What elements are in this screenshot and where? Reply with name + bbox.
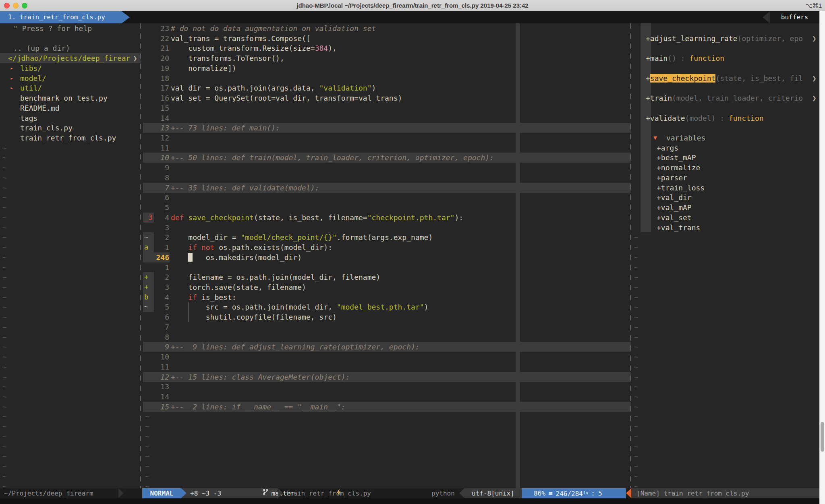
tree-item-file[interactable]: benchmark_on_test.py: [0, 93, 141, 103]
editor-line[interactable]: 5: [141, 202, 631, 213]
tag-entry[interactable]: +validate(model) : function: [646, 113, 764, 123]
command-line[interactable]: [0, 498, 825, 504]
scrollbar-thumb[interactable]: [821, 422, 824, 452]
tree-item-file[interactable]: README.md: [0, 103, 141, 113]
folder-collapsed-icon[interactable]: ▸: [10, 63, 13, 73]
folder-collapsed-icon[interactable]: ▸: [10, 73, 13, 83]
buffers-label[interactable]: buffers: [770, 11, 819, 23]
editor-line[interactable]: 14: [141, 392, 631, 402]
editor-line[interactable]: 6: [141, 192, 631, 202]
editor-line[interactable]: 22val_trans = transforms.Compose([: [141, 33, 631, 43]
tagbar-item-var[interactable]: +val_set: [631, 213, 819, 223]
empty-line-tilde: ~: [0, 262, 141, 273]
tree-item-file[interactable]: train_cls.py: [0, 123, 141, 133]
folded-region[interactable]: 9+-- 9 lines: def adjust_learning_rate(o…: [141, 342, 631, 352]
editor-line[interactable]: 12: [141, 133, 631, 143]
window-separator[interactable]: [140, 23, 141, 488]
folded-region[interactable]: 7+-- 35 lines: def validate(model):: [141, 183, 631, 193]
editor-line[interactable]: 8: [141, 332, 631, 342]
fold-open-icon[interactable]: ▼: [653, 133, 657, 143]
empty-line-tilde: ~: [631, 272, 819, 282]
code-text: filename = os.path.join(model_dir, filen…: [171, 272, 380, 282]
tagbar-item-tag[interactable]: +adjust_learning_rate(optimizer, epo❯: [631, 33, 819, 43]
folded-region[interactable]: 12+-- 15 lines: class AverageMeter(objec…: [141, 372, 631, 382]
tree-item-dir[interactable]: ▸model/: [0, 73, 141, 83]
tagbar-item-var[interactable]: +val_trans: [631, 223, 819, 233]
editor-line[interactable]: ~5 src = os.path.join(model_dir, "model_…: [141, 302, 631, 312]
column-number: 5: [598, 488, 602, 498]
editor-line[interactable]: 17val_dir = os.path.join(args.data, "val…: [141, 83, 631, 93]
editor-line[interactable]: +3 torch.save(state, filename): [141, 282, 631, 292]
tag-entry[interactable]: +train(model, train_loader, criterio: [646, 93, 803, 103]
tagbar-item-tag[interactable]: +validate(model) : function: [631, 113, 819, 123]
encoding-label: utf-8[unix]: [464, 488, 522, 498]
editor-line[interactable]: +2 filename = os.path.join(model_dir, fi…: [141, 272, 631, 282]
tree-item-up[interactable]: .. (up a dir): [0, 43, 141, 53]
editor-line[interactable]: 6 shutil.copyfile(filename, src): [141, 312, 631, 322]
tagbar-item-var[interactable]: +parser: [631, 173, 819, 183]
editor-line[interactable]: _34def save_checkpoint(state, is_best, f…: [141, 213, 631, 223]
tree-item-dir[interactable]: ▸util/: [0, 83, 141, 93]
tree-item-help[interactable]: " Press ? for help: [0, 23, 141, 33]
empty-line-tilde: ~: [0, 461, 141, 471]
tree-item-file[interactable]: train_retr_from_cls.py: [0, 133, 141, 143]
editor-line[interactable]: 16val_set = QuerySet(root=val_dir, trans…: [141, 93, 631, 103]
tree-item-root[interactable]: </jdhao/Projects/deep_firear❯: [0, 53, 141, 63]
folded-region[interactable]: 15+-- 2 lines: if __name__ == "__main__"…: [141, 402, 631, 412]
empty-line-tilde: ~: [631, 232, 819, 242]
editor-line[interactable]: 21 custom_transform.Resize(size=384),: [141, 43, 631, 53]
editor-line[interactable]: 18: [141, 73, 631, 83]
tagbar-item-var[interactable]: +val_mAP: [631, 202, 819, 213]
editor-line[interactable]: 13: [141, 382, 631, 392]
editor-line[interactable]: 10: [141, 352, 631, 362]
tagbar-kind-header[interactable]: ▼variables: [631, 133, 819, 143]
tagbar-item-var[interactable]: +normalize: [631, 163, 819, 173]
tagbar-item-var[interactable]: +best_mAP: [631, 153, 819, 163]
editor-line[interactable]: 23# do not do data augmentation on valid…: [141, 23, 631, 33]
editor-line[interactable]: 3: [141, 223, 631, 233]
tag-entry[interactable]: +save_checkpoint(state, is_best, fil: [646, 73, 803, 83]
tree-item-file[interactable]: tags: [0, 113, 141, 123]
tagbar-item-blank: [631, 83, 819, 93]
tagbar-item-var[interactable]: +args: [631, 143, 819, 153]
powerline-separator-icon: [181, 488, 187, 498]
empty-line-tilde: ~: [141, 421, 631, 432]
empty-line-tilde: ~: [0, 232, 141, 242]
editor-line[interactable]: 20 transforms.ToTensor(),: [141, 53, 631, 63]
tagbar-item-var[interactable]: +val_dir: [631, 192, 819, 202]
folded-region[interactable]: 10+-- 50 lines: def train(model, train_l…: [141, 153, 631, 163]
editor-line[interactable]: 246 os.makedirs(model_dir): [141, 252, 631, 262]
tree-item-dir[interactable]: ▸libs/: [0, 63, 141, 73]
editor-line[interactable]: 9: [141, 163, 631, 173]
folded-region[interactable]: 13+-- 73 lines: def main():: [141, 123, 631, 133]
editor-line[interactable]: 11: [141, 362, 631, 372]
tag-entry[interactable]: +adjust_learning_rate(optimizer, epo: [646, 33, 803, 43]
editor-line[interactable]: b4 if is_best:: [141, 292, 631, 302]
tagbar-item-tag[interactable]: +train(model, train_loader, criterio❯: [631, 93, 819, 103]
tagbar-item-tag[interactable]: +save_checkpoint(state, is_best, fil❯: [631, 73, 819, 83]
editor-line[interactable]: 8: [141, 173, 631, 183]
tag-entry[interactable]: +main() : function: [646, 53, 724, 63]
editor-line[interactable]: a1 if not os.path.exists(model_dir):: [141, 242, 631, 252]
tagbar-panel[interactable]: +adjust_learning_rate(optimizer, epo❯+ma…: [631, 23, 819, 488]
macvim-window: jdhao-MBP.local ~/Projects/deep_firearm/…: [0, 0, 825, 504]
editor-panel[interactable]: 23# do not do data augmentation on valid…: [141, 23, 631, 488]
editor-line[interactable]: 1: [141, 262, 631, 273]
nerdtree-panel[interactable]: " Press ? for help.. (up a dir)</jdhao/P…: [0, 23, 141, 488]
editor-line[interactable]: 14: [141, 113, 631, 123]
tab-active[interactable]: 1. train_retr_from_cls.py: [0, 11, 122, 23]
editor-line[interactable]: 19 normalize]): [141, 63, 631, 73]
scrollbar[interactable]: [819, 11, 825, 504]
folder-collapsed-icon[interactable]: ▸: [10, 83, 13, 93]
empty-line-tilde: ~: [631, 461, 819, 471]
editor-line[interactable]: 11: [141, 143, 631, 153]
editor-line[interactable]: 7: [141, 322, 631, 332]
code-text: transforms.ToTensor(),: [171, 53, 284, 63]
tagbar-item-tag[interactable]: +main() : function: [631, 53, 819, 63]
editor-line[interactable]: 15: [141, 103, 631, 113]
editor-line[interactable]: ~2 model_dir = "model/check_point/{}".fo…: [141, 232, 631, 242]
tagbar-item-var[interactable]: +train_loss: [631, 183, 819, 193]
empty-line-tilde: ~: [141, 451, 631, 461]
nerdtree-statusline-path: ~/Projects/deep_firearm: [4, 488, 93, 498]
window-separator[interactable]: [630, 23, 631, 488]
